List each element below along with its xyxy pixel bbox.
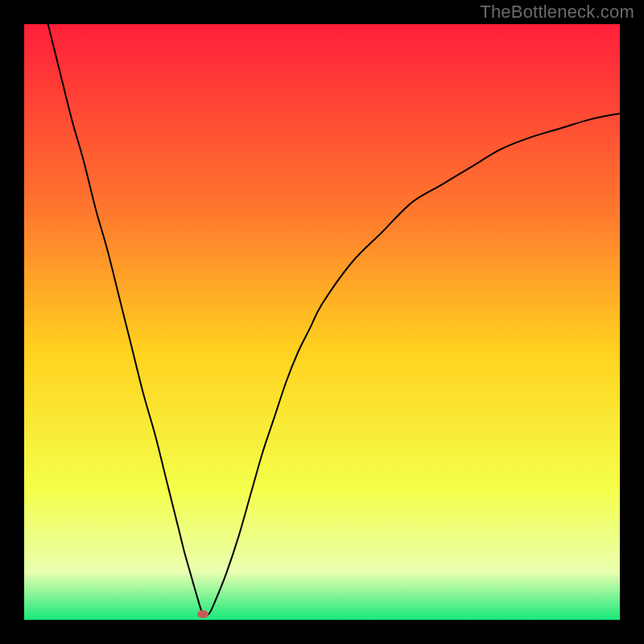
chart-svg — [24, 24, 620, 620]
chart-stage: TheBottleneck.com — [0, 0, 644, 644]
watermark-text: TheBottleneck.com — [480, 2, 634, 23]
plot-area — [24, 24, 620, 620]
minimum-marker — [197, 610, 208, 618]
gradient-background — [24, 24, 620, 620]
